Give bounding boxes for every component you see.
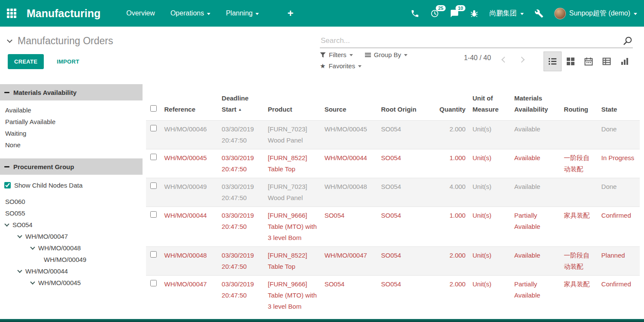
activities-clock-icon[interactable]: 25	[430, 9, 439, 18]
sort-asc-icon	[237, 106, 242, 113]
source-cell: WH/MO/00044	[321, 149, 378, 178]
col-state[interactable]: State	[598, 84, 640, 121]
uom-cell: Unit(s)	[469, 121, 510, 149]
col-routing[interactable]: Routing	[560, 84, 598, 121]
user-menu[interactable]: Sunpop超管 (demo)	[554, 8, 637, 19]
menu-planning[interactable]: Planning	[226, 9, 259, 17]
row-select-cell	[146, 178, 161, 207]
chevron-down-icon[interactable]	[4, 222, 9, 226]
row-checkbox[interactable]	[150, 251, 157, 258]
tree-node[interactable]: WH/MO/00045	[0, 277, 143, 289]
chevron-down-icon[interactable]	[17, 268, 22, 273]
table-row[interactable]: WH/MO/0004503/30/201920:47:50[FURN_8522]…	[146, 149, 640, 178]
filter-option[interactable]: Available	[0, 104, 143, 116]
filter-option[interactable]: Partially Available	[0, 116, 143, 128]
group-by-dropdown[interactable]: Group By	[365, 51, 407, 58]
availability-section: Materials Availability AvailablePartiall…	[0, 84, 143, 151]
show-child-nodes-checkbox[interactable]	[4, 182, 11, 188]
tree-node[interactable]: SO060	[0, 196, 143, 207]
reference-cell: WH/MO/00045	[161, 149, 218, 178]
messages-chat-icon[interactable]: 10	[450, 9, 459, 18]
state-cell: Planned	[598, 247, 640, 276]
deadline-time: 20:47:50	[222, 164, 261, 175]
menu-operations[interactable]: Operations	[170, 9, 210, 17]
favorites-dropdown[interactable]: ★ Favorites	[320, 62, 361, 70]
col-availability[interactable]: Materials Availability	[511, 84, 561, 121]
deadline-cell: 03/30/201920:47:50	[218, 247, 264, 276]
select-all-checkbox[interactable]	[150, 105, 157, 112]
tree-node[interactable]: WH/MO/00044	[0, 265, 143, 277]
bottom-bar	[0, 319, 644, 322]
row-checkbox[interactable]	[150, 182, 157, 189]
source-cell: SO054	[321, 276, 378, 316]
import-button[interactable]: IMPORT	[54, 58, 82, 65]
tree-node[interactable]: WH/MO/00048	[0, 242, 143, 254]
menu-overview[interactable]: Overview	[126, 9, 155, 17]
deadline-date: 03/30/2019	[222, 279, 261, 290]
col-uom[interactable]: Unit of Measure	[469, 84, 510, 121]
filter-option[interactable]: None	[0, 139, 143, 151]
availability-cell: Available	[511, 149, 561, 178]
tree-node[interactable]: SO055	[0, 207, 143, 219]
col-source[interactable]: Source	[321, 84, 378, 121]
filters-dropdown[interactable]: Filters	[320, 51, 353, 58]
create-button[interactable]: CREATE	[8, 54, 44, 69]
pager-previous-icon[interactable]	[501, 57, 507, 63]
show-child-nodes-label: Show Child Nodes Data	[14, 182, 82, 189]
action-buttons: CREATE IMPORT	[8, 54, 82, 69]
procurement-section-header[interactable]: Procurement Group	[0, 158, 143, 175]
bug-icon[interactable]	[470, 9, 479, 18]
row-checkbox[interactable]	[150, 211, 157, 218]
col-deadline-start[interactable]: Deadline Start	[218, 84, 264, 121]
plus-icon[interactable]	[287, 9, 293, 18]
table-row[interactable]: WH/MO/0004803/30/201920:47:50[FURN_8522]…	[146, 247, 640, 276]
search-input[interactable]	[320, 36, 623, 46]
chevron-down-icon[interactable]	[30, 279, 35, 284]
row-checkbox[interactable]	[150, 125, 157, 131]
tree-node[interactable]: WH/MO/00047	[0, 231, 143, 242]
row-checkbox[interactable]	[150, 280, 157, 286]
routing-cell: 一阶段自动装配	[560, 149, 598, 178]
col-quantity[interactable]: Quantity	[433, 84, 469, 121]
view-pivot-button[interactable]	[598, 52, 616, 71]
view-list-button[interactable]	[544, 52, 562, 71]
orders-table-area: Reference Deadline Start Product Source …	[143, 84, 644, 319]
table-row[interactable]: WH/MO/0004603/30/201920:47:50[FURN_7023]…	[146, 121, 640, 149]
filter-option[interactable]: Waiting	[0, 128, 143, 139]
chevron-down-icon[interactable]	[30, 245, 35, 249]
breadcrumb: Manufacturing Orders	[8, 35, 113, 47]
wrench-icon[interactable]	[535, 9, 544, 18]
root-origin-cell: SO054	[377, 178, 433, 207]
tree-node[interactable]: WH/MO/00049	[0, 254, 143, 265]
view-kanban-button[interactable]	[562, 52, 580, 71]
availability-section-header[interactable]: Materials Availability	[0, 84, 143, 100]
col-root-origin[interactable]: Root Origin	[377, 84, 433, 121]
state-cell: Done	[598, 121, 640, 149]
search-icon[interactable]	[623, 36, 633, 46]
tree-node[interactable]: SO054	[0, 219, 143, 231]
uom-cell: Unit(s)	[469, 276, 510, 316]
view-calendar-button[interactable]	[580, 52, 598, 71]
activity-count-badge: 25	[436, 5, 445, 11]
quantity-cell: 1.000	[433, 149, 469, 178]
phone-icon[interactable]	[410, 9, 419, 18]
list-view-icon	[548, 57, 557, 66]
chevron-down-icon[interactable]	[17, 233, 22, 238]
top-navbar: Manufacturing Overview Operations Planni…	[0, 0, 644, 27]
collapse-chevron-icon[interactable]	[7, 37, 12, 43]
view-graph-button[interactable]	[616, 52, 634, 71]
col-reference[interactable]: Reference	[161, 84, 218, 121]
reference-cell: WH/MO/00044	[161, 207, 218, 247]
deadline-date: 03/30/2019	[222, 124, 261, 135]
table-row[interactable]: WH/MO/0004403/30/201920:47:50[FURN_9666]…	[146, 207, 640, 247]
state-cell: Confirmed	[598, 207, 640, 247]
apps-menu-icon[interactable]	[7, 9, 16, 18]
pager-next-icon[interactable]	[519, 57, 525, 63]
table-row[interactable]: WH/MO/0004703/30/201920:47:50[FURN_9666]…	[146, 276, 640, 316]
col-product[interactable]: Product	[264, 84, 321, 121]
table-row[interactable]: WH/MO/0004903/30/201920:47:50[FURN_7023]…	[146, 178, 640, 207]
quantity-cell: 2.000	[433, 247, 469, 276]
row-select-cell	[146, 207, 161, 247]
company-switcher[interactable]: 尚鹏集团	[489, 9, 524, 18]
row-checkbox[interactable]	[150, 154, 157, 160]
